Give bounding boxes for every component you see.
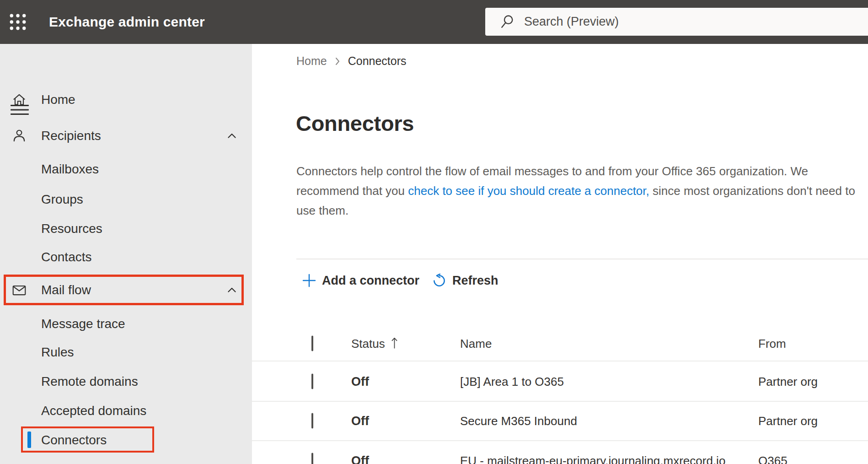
sidebar-item-remote-domains[interactable]: Remote domains (0, 371, 252, 393)
home-icon (11, 92, 27, 108)
row-status: Off (351, 414, 369, 428)
page-description: Connectors help control the flow of emai… (296, 162, 867, 221)
page-title: Connectors (296, 111, 414, 136)
row-from: Partner org (758, 375, 818, 389)
app-title: Exchange admin center (49, 0, 205, 44)
sidebar-item-label: Accepted domains (41, 404, 146, 418)
search-input[interactable] (524, 15, 868, 29)
row-from: Partner org (758, 414, 818, 428)
breadcrumb-current: Connectors (348, 54, 407, 68)
add-connector-button[interactable]: Add a connector (302, 270, 419, 291)
select-all-checkbox[interactable] (311, 335, 313, 351)
plus-icon (302, 274, 316, 287)
chevron-up-icon[interactable] (226, 130, 238, 142)
column-header-name[interactable]: Name (460, 336, 492, 351)
row-from: O365 (758, 454, 788, 464)
column-header-from[interactable]: From (758, 336, 786, 351)
sidebar-item-message-trace[interactable]: Message trace (0, 313, 252, 335)
create-connector-check-link[interactable]: check to see if you should create a conn… (408, 184, 649, 198)
sidebar-item-label: Mailboxes (41, 162, 99, 177)
sidebar-item-label: Mail flow (41, 283, 91, 297)
toolbar: Add a connector Refresh (252, 270, 868, 291)
sidebar-item-label: Resources (41, 221, 102, 236)
row-name[interactable]: [JB] Area 1 to O365 (460, 375, 564, 389)
table-row[interactable]: Off Secure M365 Inbound Partner org (252, 402, 868, 441)
row-checkbox[interactable] (311, 413, 313, 429)
row-name[interactable]: EU - mailstream-eu-primary.journaling.mx… (460, 454, 725, 464)
refresh-label: Refresh (452, 274, 498, 288)
sidebar-item-connectors[interactable]: Connectors (0, 429, 252, 451)
sidebar-item-label: Rules (41, 345, 74, 360)
sidebar-item-groups[interactable]: Groups (0, 189, 252, 210)
refresh-button[interactable]: Refresh (432, 270, 498, 291)
sidebar-item-label: Message trace (41, 317, 125, 331)
selected-item-indicator (27, 432, 31, 448)
app-launcher-waffle-icon[interactable] (9, 12, 28, 32)
sidebar-item-label: Groups (41, 192, 83, 207)
sidebar-item-label: Contacts (41, 250, 92, 264)
sidebar-item-label: Remote domains (41, 374, 138, 389)
row-checkbox[interactable] (311, 453, 313, 464)
sidebar-item-home[interactable]: Home (0, 89, 252, 111)
chevron-up-icon[interactable] (226, 284, 238, 296)
sidebar-item-accepted-domains[interactable]: Accepted domains (0, 400, 252, 422)
column-header-status[interactable]: Status (351, 336, 385, 350)
table-row[interactable]: Off EU - mailstream-eu-primary.journalin… (252, 441, 868, 464)
table-row[interactable]: Off [JB] Area 1 to O365 Partner org (252, 362, 868, 402)
row-status: Off (351, 375, 369, 389)
breadcrumb: Home Connectors (296, 54, 407, 68)
sidebar-item-mail-flow[interactable]: Mail flow (0, 279, 252, 301)
sidebar: Home Recipients Mailboxes Groups Resourc… (0, 44, 252, 464)
sidebar-item-resources[interactable]: Resources (0, 218, 252, 240)
search-box[interactable] (485, 8, 868, 36)
row-name[interactable]: Secure M365 Inbound (460, 414, 577, 428)
table-header: Status Name From (252, 326, 868, 361)
topbar: Exchange admin center (0, 0, 868, 44)
sort-ascending-icon (391, 336, 398, 349)
mail-icon (11, 282, 27, 298)
toolbar-divider (296, 259, 868, 259)
add-connector-label: Add a connector (322, 274, 419, 288)
row-checkbox[interactable] (311, 374, 313, 389)
row-status: Off (351, 454, 369, 464)
person-icon (11, 128, 27, 144)
main-content: Home Connectors Connectors Connectors he… (252, 44, 868, 464)
refresh-icon (432, 274, 446, 288)
sidebar-item-mailboxes[interactable]: Mailboxes (0, 158, 252, 180)
search-icon (499, 14, 515, 30)
sidebar-item-label: Connectors (41, 433, 107, 448)
breadcrumb-home-link[interactable]: Home (296, 54, 327, 68)
breadcrumb-chevron-icon (334, 57, 341, 66)
sidebar-item-recipients[interactable]: Recipients (0, 125, 252, 147)
sidebar-item-rules[interactable]: Rules (0, 341, 252, 363)
sidebar-item-contacts[interactable]: Contacts (0, 246, 252, 268)
sidebar-item-label: Home (41, 92, 75, 107)
sidebar-item-label: Recipients (41, 129, 101, 143)
